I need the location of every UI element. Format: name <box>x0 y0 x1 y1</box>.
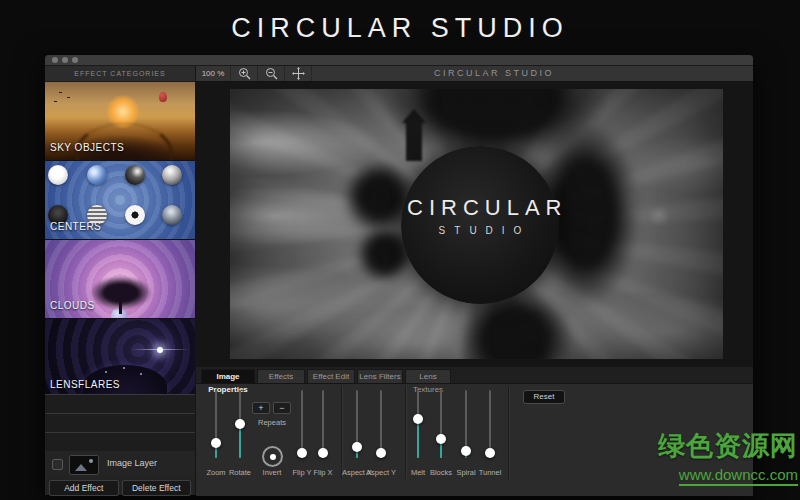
city-light <box>105 371 107 373</box>
category-clouds[interactable]: CLOUDS <box>45 240 195 319</box>
category-label: LENSFLARES <box>50 379 120 390</box>
watermark: 绿色资源网 www.downcc.com <box>658 428 798 486</box>
tab-lens-textures[interactable]: Lens Textures <box>405 369 451 383</box>
slider-aspect-y[interactable]: Aspect Y <box>369 390 393 486</box>
category-label: CLOUDS <box>50 300 95 311</box>
tab-image-properties[interactable]: Image Properties <box>201 369 255 383</box>
layer-list-row[interactable] <box>45 395 195 414</box>
slider-knob[interactable] <box>413 414 423 424</box>
move-icon <box>292 67 305 80</box>
canvas-area: CIRCULAR STUDIO <box>196 82 753 366</box>
delete-effect-button[interactable]: Delete Effect <box>122 480 192 496</box>
city-light <box>140 373 142 375</box>
watermark-url: www.downcc.com <box>679 466 798 486</box>
category-sky-objects[interactable]: SKY OBJECTS <box>45 82 195 161</box>
slider-track[interactable] <box>356 390 358 458</box>
zoom-in-icon <box>238 67 251 80</box>
slider-fill <box>417 419 419 458</box>
category-label: CENTERS <box>50 221 101 232</box>
balloon-icon <box>159 92 167 102</box>
sidebar: EFFECT CATEGORIES SKY OBJECTSCENTERSCLOU… <box>45 66 196 495</box>
invert-dot-icon <box>270 454 276 460</box>
slider-knob[interactable] <box>436 434 446 444</box>
repeats-plus-button[interactable]: + <box>252 402 270 414</box>
center-option-dot-circle-icon[interactable] <box>125 205 145 225</box>
slider-knob[interactable] <box>318 448 328 458</box>
bird-icon <box>59 92 62 93</box>
slider-tunnel[interactable]: Tunnel <box>478 390 502 486</box>
panel-tabbar: Image PropertiesEffectsEffect EditLens F… <box>196 367 753 384</box>
bird-icon <box>67 97 70 98</box>
repeats-label: Repeats <box>248 418 296 427</box>
city-light <box>123 367 125 369</box>
tab-lens-filters[interactable]: Lens Filters <box>357 369 403 383</box>
slider-knob[interactable] <box>235 419 245 429</box>
app-title: CIRCULAR STUDIO <box>0 13 800 44</box>
center-option-metal-sphere-icon[interactable] <box>162 165 182 185</box>
layer-list-row[interactable] <box>45 433 195 452</box>
slider-label: Tunnel <box>464 468 516 477</box>
category-centers[interactable]: CENTERS <box>45 161 195 240</box>
slider-track[interactable] <box>489 390 491 458</box>
canvas-logo-line1: CIRCULAR <box>401 195 559 221</box>
layer-name-label: Image Layer <box>107 458 157 468</box>
add-effect-button[interactable]: Add Effect <box>49 480 119 496</box>
layer-list[interactable] <box>45 394 195 452</box>
invert-toggle[interactable] <box>262 446 283 467</box>
zoom-out-icon <box>265 67 278 80</box>
category-label: SKY OBJECTS <box>50 142 124 153</box>
zoom-level-indicator: 100 % <box>196 66 231 81</box>
center-option-shadow-sphere-icon[interactable] <box>125 165 145 185</box>
center-option-starburst-icon[interactable] <box>48 165 68 185</box>
center-option-earth-icon[interactable] <box>87 165 107 185</box>
slider-track[interactable] <box>322 390 324 458</box>
center-option-mirror-ball-icon[interactable] <box>162 205 182 225</box>
slider-track[interactable] <box>417 390 419 458</box>
slider-track[interactable] <box>239 390 241 458</box>
close-button[interactable] <box>52 57 58 63</box>
canvas-logo-line2: STUDIO <box>401 225 559 236</box>
category-lensflares[interactable]: LENSFLARES <box>45 319 195 398</box>
layer-visibility-checkbox[interactable] <box>52 459 63 470</box>
slider-label: Rotate <box>214 468 266 477</box>
tower <box>406 119 422 161</box>
slider-track[interactable] <box>465 390 467 458</box>
tab-effects[interactable]: Effects <box>257 369 305 383</box>
slider-knob[interactable] <box>211 438 221 448</box>
layer-list-row[interactable] <box>45 414 195 433</box>
slider-track[interactable] <box>380 390 382 458</box>
group-divider <box>508 387 510 479</box>
slider-knob[interactable] <box>376 448 386 458</box>
slider-track[interactable] <box>301 390 303 458</box>
effect-categories-list: SKY OBJECTSCENTERSCLOUDSLENSFLARES <box>45 82 195 394</box>
image-layer-row[interactable]: Image Layer <box>45 451 195 477</box>
slider-rotate[interactable]: Rotate <box>228 390 252 486</box>
group-divider <box>341 387 343 479</box>
slider-knob[interactable] <box>297 448 307 458</box>
slider-knob[interactable] <box>461 446 471 456</box>
toolbar-app-logo: CIRCULAR STUDIO <box>434 66 554 81</box>
slider-fill <box>239 424 241 458</box>
slider-knob[interactable] <box>485 448 495 458</box>
pan-tool-button[interactable] <box>285 66 312 81</box>
zoom-out-button[interactable] <box>258 66 285 81</box>
app-window: EFFECT CATEGORIES SKY OBJECTSCENTERSCLOU… <box>45 55 753 495</box>
minimize-button[interactable] <box>62 57 68 63</box>
slider-knob[interactable] <box>352 442 362 452</box>
repeats-minus-button[interactable]: − <box>273 402 291 414</box>
window-titlebar[interactable] <box>45 55 753 66</box>
preview-image[interactable]: CIRCULAR STUDIO <box>230 89 723 359</box>
sidebar-header: EFFECT CATEGORIES <box>45 66 195 82</box>
bird-icon <box>54 101 57 102</box>
tab-effect-edit[interactable]: Effect Edit <box>307 369 355 383</box>
zoom-in-button[interactable] <box>231 66 258 81</box>
flare-star-icon <box>157 347 163 353</box>
reset-button[interactable]: Reset <box>523 390 565 404</box>
image-icon <box>75 464 87 471</box>
tree-trunk <box>119 298 122 314</box>
slider-track[interactable] <box>215 390 217 458</box>
zoom-window-button[interactable] <box>72 57 78 63</box>
slider-track[interactable] <box>440 390 442 458</box>
toolbar: 100 % <box>196 66 753 82</box>
watermark-site-name: 绿色资源网 <box>658 428 798 464</box>
